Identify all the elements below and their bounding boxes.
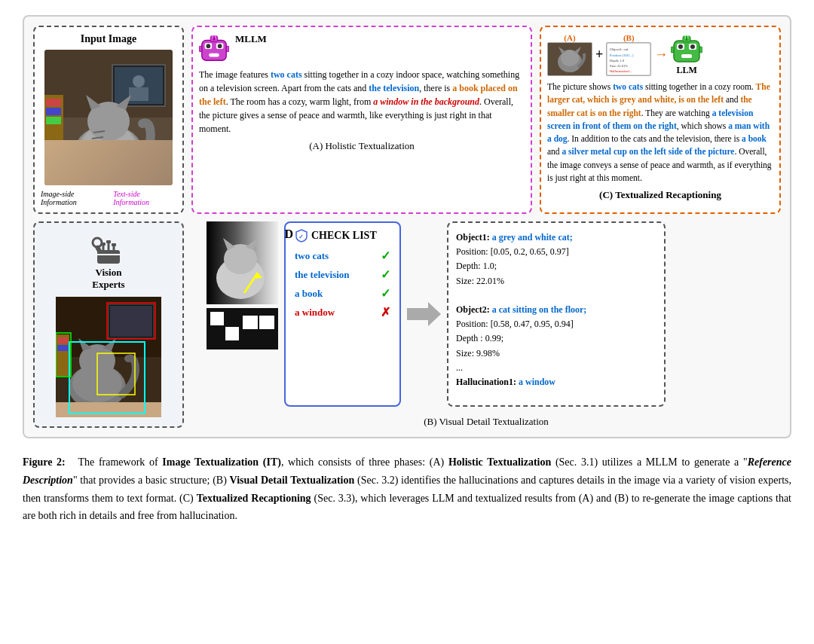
llm-robot-icon: [671, 33, 702, 65]
object2-depth: Depth : 0.99;: [456, 331, 656, 346]
recap-text: The picture shows two cats sitting toget…: [547, 81, 773, 185]
checklist-title-text: CHECK LIST: [311, 230, 377, 242]
svg-rect-8: [46, 108, 61, 115]
checklist-panel: ✓ CHECK LIST two cats ✓ the television ✓…: [284, 221, 401, 407]
svg-text:Object1: cat: Object1: cat: [610, 47, 629, 51]
visual-detail-footer-text: (B) Visual Detail Textualization: [424, 416, 549, 427]
detection-image-container: [56, 297, 161, 420]
object1-label: Object1:: [456, 232, 490, 243]
bottom-row: Vision Experts: [33, 221, 781, 428]
checklist-item-1-text: two cats: [295, 250, 329, 262]
object2-size: Size: 9.98%: [456, 346, 656, 361]
object1-desc: a grey and white cat;: [492, 232, 573, 243]
arrow-icon: [407, 221, 441, 407]
holistic-footer: (A) Holistic Textualization: [199, 140, 525, 152]
mllm-robot-icon: [199, 33, 229, 63]
ellipsis: ...: [456, 361, 656, 375]
depth-column: D: [191, 221, 278, 407]
check-no-4: ✗: [381, 305, 390, 319]
depth-map-image: M: [207, 221, 278, 349]
svg-rect-91: [210, 327, 224, 340]
detection-image: [56, 297, 161, 417]
svg-rect-5: [129, 87, 148, 101]
checklist-item-3: a book ✓: [295, 286, 390, 301]
mini-img-a: [547, 42, 592, 76]
svg-rect-55: [97, 250, 120, 264]
svg-marker-98: [407, 302, 441, 326]
cat-image: [44, 50, 173, 185]
holistic-header: MLLM: [199, 33, 525, 63]
check-ok-2: ✓: [381, 267, 390, 282]
check-ok-1: ✓: [381, 249, 390, 263]
svg-rect-95: [243, 331, 258, 344]
input-panel: Input Image: [33, 26, 184, 214]
label-d: D: [284, 227, 293, 241]
mini-img-b: Object1: cat Position: [0.05...] Depth: …: [606, 42, 651, 76]
svg-text:Hallucination1...: Hallucination1...: [610, 69, 632, 73]
svg-rect-69: [57, 345, 68, 351]
checklist-item-4: a window ✗: [295, 305, 390, 319]
svg-rect-10: [44, 155, 173, 185]
objects-panel: Object1: a grey and white cat; Position:…: [447, 221, 666, 407]
svg-rect-62: [112, 243, 116, 246]
svg-rect-25: [209, 53, 219, 57]
main-figure: Input Image: [23, 15, 791, 438]
svg-point-46: [690, 44, 695, 49]
svg-point-22: [207, 44, 211, 48]
hallucination-label: Hallucination1:: [456, 377, 516, 387]
svg-rect-60: [101, 243, 106, 246]
checklist-item-3-text: a book: [295, 288, 323, 300]
visual-detail-content: D: [191, 221, 781, 407]
svg-text:Size: 22.01%: Size: 22.01%: [610, 64, 628, 68]
text-side-label: Text-side Information: [113, 190, 176, 206]
svg-point-4: [133, 75, 145, 87]
top-row: Input Image: [33, 26, 781, 214]
checklist-item-2: the television ✓: [295, 267, 390, 282]
svg-rect-9: [46, 117, 61, 124]
svg-text:Position: [0.05...]: Position: [0.05...]: [610, 53, 634, 57]
svg-text:✓: ✓: [298, 233, 304, 240]
visual-detail-footer: (B) Visual Detail Textualization: [191, 416, 781, 428]
svg-rect-61: [106, 240, 111, 243]
vision-label: Vision Experts: [92, 267, 124, 291]
plus-icon: +: [595, 47, 603, 63]
hallucination-row: Hallucination1: a window: [456, 375, 656, 389]
llm-label: LLM: [677, 65, 697, 76]
input-title: Input Image: [81, 33, 136, 45]
recap-panel: (A) + (B): [540, 26, 781, 214]
object2-desc: a cat sitting on the floor;: [492, 304, 587, 315]
object2-position: Position: [0.58, 0.47, 0.95, 0.94]: [456, 317, 656, 331]
svg-point-24: [218, 44, 222, 48]
depth-image-wrapper: M: [207, 221, 278, 353]
thick-arrow-svg: [407, 299, 441, 329]
svg-rect-7: [46, 99, 61, 106]
holistic-label: (A) Holistic Textualization: [309, 140, 415, 151]
recap-footer: (C) Textualized Recaptioning: [547, 189, 773, 201]
svg-rect-52: [699, 47, 702, 53]
svg-rect-51: [671, 47, 674, 53]
image-side-label: Image-side Information: [41, 190, 110, 206]
checklist-title: ✓ CHECK LIST: [295, 229, 390, 243]
svg-rect-93: [243, 316, 258, 329]
object1-row: Object1: a grey and white cat;: [456, 230, 656, 245]
info-labels: Image-side Information Text-side Informa…: [41, 190, 176, 206]
hallucination-value: a window: [519, 377, 555, 387]
svg-line-19: [93, 143, 105, 145]
checklist-item-1: two cats ✓: [295, 249, 390, 263]
checklist-item-2-text: the television: [295, 269, 350, 281]
checklist-item-4-text: a window: [295, 307, 335, 319]
recap-label-a: (A): [564, 33, 575, 42]
tools-icon: [90, 229, 127, 267]
svg-text:Depth: 1.0: Depth: 1.0: [610, 59, 625, 63]
object1-position: Position: [0.05, 0.2, 0.65, 0.97]: [456, 245, 656, 259]
svg-rect-96: [259, 331, 274, 344]
svg-rect-90: [225, 312, 239, 325]
svg-rect-29: [199, 46, 202, 52]
recap-arrow-icon: →: [654, 47, 668, 63]
svg-point-44: [678, 44, 683, 49]
object2-row: Object2: a cat sitting on the floor;: [456, 303, 656, 317]
figure-num: Figure 2:: [23, 456, 66, 468]
figure-caption: Figure 2: The framework of Image Textual…: [23, 453, 791, 525]
recap-label-b: (B): [623, 33, 635, 42]
cat-svg: [44, 50, 173, 185]
